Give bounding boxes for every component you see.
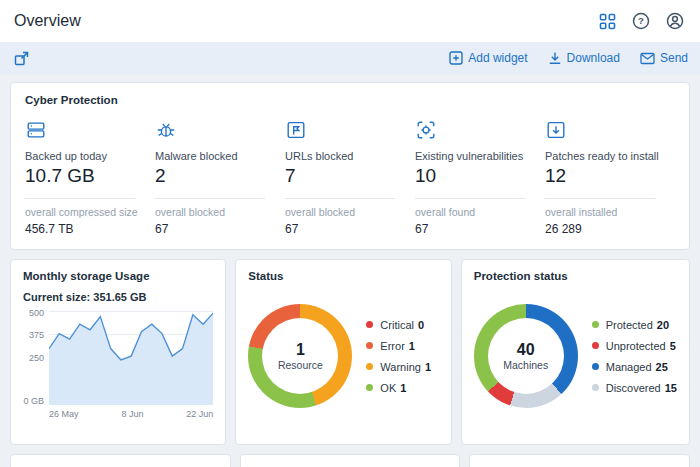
legend-dot: [592, 321, 599, 328]
legend-item-unprotected[interactable]: Unprotected 5: [592, 340, 677, 352]
legend-dot: [592, 363, 599, 370]
header-icons: ?: [597, 10, 686, 32]
legend-item-managed[interactable]: Managed 25: [592, 361, 677, 373]
storage-chart: 500 375 250 0 GB: [23, 311, 213, 405]
legend-dot: [366, 363, 373, 370]
x-tick: 26 May: [49, 409, 79, 419]
metric-patches-ready[interactable]: Patches ready to install 12 overall inst…: [545, 119, 675, 236]
metric-subvalue: 456.7 TB: [25, 222, 145, 236]
storage-usage-card: Monthly storage Usage Current size: 351.…: [10, 259, 226, 445]
metric-value: 7: [285, 165, 405, 187]
divider: [285, 198, 395, 199]
protection-legend: Protected 20 Unprotected 5 Managed 25: [592, 319, 677, 394]
metric-label: URLs blocked: [285, 150, 405, 162]
plot-area: [49, 311, 213, 405]
metric-subvalue: 67: [155, 222, 275, 236]
status-donut[interactable]: 1 Resource: [248, 304, 352, 408]
x-tick: 22 Jun: [186, 409, 213, 419]
patch-install-icon: [545, 119, 665, 141]
y-tick: 250: [29, 353, 44, 363]
help-icon[interactable]: ?: [630, 10, 652, 32]
metric-existing-vulnerabilities[interactable]: Existing vulnerabilities 10 overall foun…: [415, 119, 545, 236]
legend-item-discovered[interactable]: Discovered 15: [592, 382, 677, 394]
y-tick: 500: [29, 308, 44, 318]
toolbar-actions: Add widget Download Send: [449, 51, 688, 65]
legend-value: 1: [400, 382, 406, 394]
legend-value: 1: [425, 361, 431, 373]
status-legend: Critical 0 Error 1 Warning 1: [366, 319, 431, 394]
current-size: Current size: 351.65 GB: [23, 291, 213, 303]
metric-subvalue: 26 289: [545, 222, 665, 236]
status-card: Status 1 Resource Critical 0: [235, 259, 451, 445]
metric-sublabel: overall blocked: [155, 206, 275, 218]
legend-label: OK: [380, 382, 396, 394]
metric-backed-up-today[interactable]: Backed up today 10.7 GB overall compress…: [25, 119, 155, 236]
metric-sublabel: overall blocked: [285, 206, 405, 218]
legend-label: Critical: [380, 319, 414, 331]
send-button[interactable]: Send: [640, 51, 688, 65]
toolbar: Add widget Download Send: [0, 42, 700, 74]
page-title: Overview: [14, 12, 81, 30]
legend-item-error[interactable]: Error 1: [366, 340, 431, 352]
download-label: Download: [567, 51, 620, 65]
legend-dot: [592, 342, 599, 349]
legend-label: Managed: [606, 361, 652, 373]
metric-label: Patches ready to install: [545, 150, 665, 162]
legend-label: Error: [380, 340, 404, 352]
center-value: 40: [517, 341, 535, 359]
x-tick: 8 Jun: [121, 409, 143, 419]
y-tick: 0 GB: [23, 396, 44, 406]
cyber-protection-card: Cyber Protection Backed up today 10.7 GB: [10, 82, 690, 250]
dashboard-content: Cyber Protection Backed up today 10.7 GB: [0, 74, 700, 467]
metric-subvalue: 67: [285, 222, 405, 236]
add-widget-button[interactable]: Add widget: [449, 51, 527, 65]
metric-label: Existing vulnerabilities: [415, 150, 535, 162]
metric-value: 12: [545, 165, 665, 187]
legend-label: Unprotected: [606, 340, 666, 352]
plus-square-icon: [449, 51, 463, 65]
center-label: Machines: [503, 359, 548, 371]
protection-donut[interactable]: 40 Machines: [474, 304, 578, 408]
legend-dot: [366, 384, 373, 391]
legend-item-warning[interactable]: Warning 1: [366, 361, 431, 373]
storage-card: Storage: [240, 454, 461, 467]
metric-sublabel: overall compressed size: [25, 206, 145, 218]
bottom-widgets-row: Vulnerable machines Storage Missing upda…: [10, 454, 690, 467]
legend-dot: [592, 384, 599, 391]
missing-updates-card: Missing updates by categories: [469, 454, 690, 467]
download-button[interactable]: Download: [548, 51, 620, 65]
legend-item-critical[interactable]: Critical 0: [366, 319, 431, 331]
divider: [545, 198, 655, 199]
metrics-row: Backed up today 10.7 GB overall compress…: [25, 119, 675, 236]
divider: [155, 198, 265, 199]
y-axis: 500 375 250 0 GB: [23, 311, 49, 405]
status-donut-center: 1 Resource: [262, 318, 338, 394]
metric-sublabel: overall installed: [545, 206, 665, 218]
widgets-row: Monthly storage Usage Current size: 351.…: [10, 259, 690, 445]
expand-widget-icon[interactable]: [12, 49, 31, 68]
metric-malware-blocked[interactable]: Malware blocked 2 overall blocked 67: [155, 119, 285, 236]
legend-label: Discovered: [606, 382, 661, 394]
legend-dot: [366, 342, 373, 349]
metric-sublabel: overall found: [415, 206, 535, 218]
apps-grid-icon[interactable]: [597, 11, 618, 32]
legend-label: Warning: [380, 361, 421, 373]
legend-item-ok[interactable]: OK 1: [366, 382, 431, 394]
malware-bug-icon: [155, 119, 275, 141]
protection-donut-area: 40 Machines Protected 20 Unprotected: [474, 304, 677, 408]
backup-drive-icon: [25, 119, 145, 141]
x-axis: 26 May 8 Jun 22 Jun: [23, 409, 213, 419]
center-label: Resource: [278, 359, 323, 371]
legend-value: 0: [418, 319, 424, 331]
svg-text:?: ?: [638, 15, 644, 26]
protection-status-title: Protection status: [474, 270, 677, 282]
metric-label: Malware blocked: [155, 150, 275, 162]
legend-item-protected[interactable]: Protected 20: [592, 319, 677, 331]
metric-urls-blocked[interactable]: URLs blocked 7 overall blocked 67: [285, 119, 415, 236]
header: Overview ?: [0, 0, 700, 42]
current-size-label: Current size:: [23, 291, 90, 303]
protection-donut-center: 40 Machines: [488, 318, 564, 394]
url-flag-icon: [285, 119, 405, 141]
account-icon[interactable]: [664, 10, 686, 32]
legend-value: 25: [656, 361, 668, 373]
